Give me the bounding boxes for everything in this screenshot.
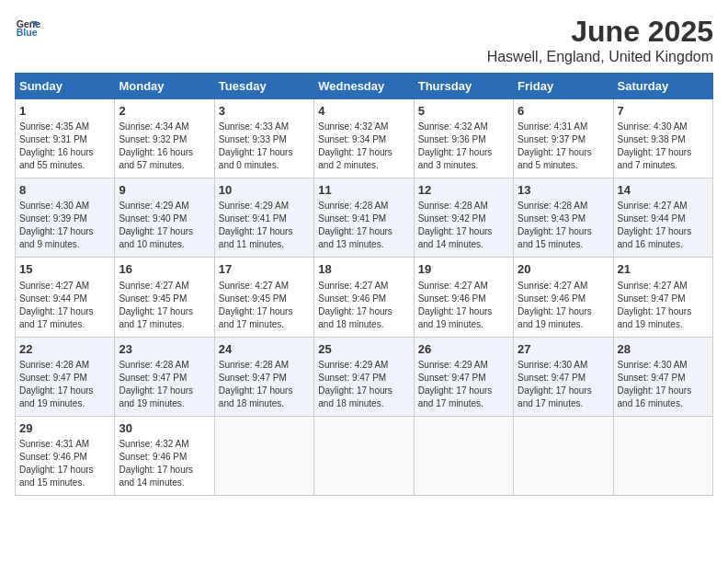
day-number: 27: [518, 341, 609, 358]
day-number: 19: [418, 261, 509, 278]
day-info: Sunrise: 4:27 AMSunset: 9:44 PMDaylight:…: [618, 201, 692, 249]
day-info: Sunrise: 4:29 AMSunset: 9:40 PMDaylight:…: [119, 201, 193, 249]
day-info: Sunrise: 4:30 AMSunset: 9:38 PMDaylight:…: [618, 121, 692, 170]
main-title: June 2025: [487, 15, 713, 49]
day-header-sunday: Sunday: [16, 74, 115, 99]
calendar-cell: 20Sunrise: 4:27 AMSunset: 9:46 PMDayligh…: [514, 258, 613, 337]
calendar-cell: 5Sunrise: 4:32 AMSunset: 9:36 PMDaylight…: [414, 99, 513, 178]
calendar-cell: 1Sunrise: 4:35 AMSunset: 9:31 PMDaylight…: [16, 99, 115, 178]
day-info: Sunrise: 4:34 AMSunset: 9:32 PMDaylight:…: [119, 121, 193, 170]
day-info: Sunrise: 4:28 AMSunset: 9:42 PMDaylight:…: [418, 201, 493, 249]
day-header-thursday: Thursday: [414, 74, 513, 99]
day-number: 10: [219, 182, 310, 199]
calendar-cell: 28Sunrise: 4:30 AMSunset: 9:47 PMDayligh…: [613, 337, 712, 416]
calendar-cell: 12Sunrise: 4:28 AMSunset: 9:42 PMDayligh…: [414, 178, 513, 258]
calendar-cell: 8Sunrise: 4:30 AMSunset: 9:39 PMDaylight…: [16, 178, 115, 258]
calendar-cell: [214, 416, 313, 495]
calendar-cell: 4Sunrise: 4:32 AMSunset: 9:34 PMDaylight…: [314, 99, 414, 178]
day-number: 12: [418, 182, 509, 199]
day-number: 23: [119, 341, 210, 358]
day-info: Sunrise: 4:28 AMSunset: 9:47 PMDaylight:…: [19, 360, 94, 408]
calendar-cell: 16Sunrise: 4:27 AMSunset: 9:45 PMDayligh…: [115, 258, 214, 337]
calendar-cell: 27Sunrise: 4:30 AMSunset: 9:47 PMDayligh…: [514, 337, 613, 416]
day-info: Sunrise: 4:30 AMSunset: 9:39 PMDaylight:…: [19, 201, 94, 249]
day-number: 5: [418, 103, 509, 120]
day-number: 15: [19, 261, 110, 278]
day-info: Sunrise: 4:28 AMSunset: 9:41 PMDaylight:…: [318, 201, 392, 249]
calendar-cell: [314, 416, 414, 495]
day-header-tuesday: Tuesday: [214, 74, 313, 99]
day-info: Sunrise: 4:30 AMSunset: 9:47 PMDaylight:…: [518, 360, 592, 408]
day-number: 9: [119, 182, 210, 199]
day-info: Sunrise: 4:31 AMSunset: 9:37 PMDaylight:…: [518, 121, 592, 170]
calendar-cell: 17Sunrise: 4:27 AMSunset: 9:45 PMDayligh…: [214, 258, 313, 337]
calendar-cell: 15Sunrise: 4:27 AMSunset: 9:44 PMDayligh…: [16, 258, 115, 337]
day-info: Sunrise: 4:30 AMSunset: 9:47 PMDaylight:…: [618, 360, 692, 408]
calendar-cell: 18Sunrise: 4:27 AMSunset: 9:46 PMDayligh…: [314, 258, 414, 337]
title-block: June 2025 Haswell, England, United Kingd…: [487, 15, 713, 65]
calendar-cell: 30Sunrise: 4:32 AMSunset: 9:46 PMDayligh…: [115, 416, 214, 495]
calendar-cell: 29Sunrise: 4:31 AMSunset: 9:46 PMDayligh…: [16, 416, 115, 495]
calendar-cell: 26Sunrise: 4:29 AMSunset: 9:47 PMDayligh…: [414, 337, 513, 416]
day-number: 7: [618, 103, 709, 120]
week-row-2: 15Sunrise: 4:27 AMSunset: 9:44 PMDayligh…: [16, 258, 713, 337]
day-number: 13: [518, 182, 609, 199]
calendar-cell: 25Sunrise: 4:29 AMSunset: 9:47 PMDayligh…: [314, 337, 414, 416]
day-info: Sunrise: 4:27 AMSunset: 9:46 PMDaylight:…: [518, 281, 592, 329]
day-info: Sunrise: 4:27 AMSunset: 9:46 PMDaylight:…: [418, 281, 493, 329]
day-number: 1: [19, 103, 110, 120]
day-info: Sunrise: 4:28 AMSunset: 9:47 PMDaylight:…: [119, 360, 193, 408]
day-info: Sunrise: 4:29 AMSunset: 9:47 PMDaylight:…: [318, 360, 392, 408]
calendar-cell: 13Sunrise: 4:28 AMSunset: 9:43 PMDayligh…: [514, 178, 613, 258]
calendar-cell: 19Sunrise: 4:27 AMSunset: 9:46 PMDayligh…: [414, 258, 513, 337]
day-info: Sunrise: 4:31 AMSunset: 9:46 PMDaylight:…: [19, 439, 94, 488]
calendar-cell: [514, 416, 613, 495]
svg-text:Blue: Blue: [17, 27, 38, 38]
day-header-monday: Monday: [115, 74, 214, 99]
day-info: Sunrise: 4:27 AMSunset: 9:45 PMDaylight:…: [219, 281, 293, 329]
page-header: General Blue June 2025 Haswell, England,…: [15, 15, 713, 65]
day-number: 21: [618, 261, 709, 278]
logo: General Blue: [15, 15, 40, 40]
day-number: 8: [19, 182, 110, 199]
day-info: Sunrise: 4:33 AMSunset: 9:33 PMDaylight:…: [219, 121, 293, 170]
day-number: 6: [518, 103, 609, 120]
day-number: 17: [219, 261, 310, 278]
day-info: Sunrise: 4:27 AMSunset: 9:46 PMDaylight:…: [318, 281, 392, 329]
day-number: 18: [318, 261, 409, 278]
day-number: 14: [618, 182, 709, 199]
day-number: 26: [418, 341, 509, 358]
day-info: Sunrise: 4:29 AMSunset: 9:41 PMDaylight:…: [219, 201, 293, 249]
calendar-cell: 7Sunrise: 4:30 AMSunset: 9:38 PMDaylight…: [613, 99, 712, 178]
day-info: Sunrise: 4:35 AMSunset: 9:31 PMDaylight:…: [19, 121, 94, 170]
day-number: 28: [618, 341, 709, 358]
days-header-row: SundayMondayTuesdayWednesdayThursdayFrid…: [16, 74, 713, 99]
day-info: Sunrise: 4:29 AMSunset: 9:47 PMDaylight:…: [418, 360, 493, 408]
day-number: 25: [318, 341, 409, 358]
week-row-0: 1Sunrise: 4:35 AMSunset: 9:31 PMDaylight…: [16, 99, 713, 178]
day-info: Sunrise: 4:28 AMSunset: 9:47 PMDaylight:…: [219, 360, 293, 408]
day-number: 2: [119, 103, 210, 120]
calendar-table: SundayMondayTuesdayWednesdayThursdayFrid…: [15, 73, 713, 496]
day-info: Sunrise: 4:32 AMSunset: 9:36 PMDaylight:…: [418, 121, 493, 170]
day-info: Sunrise: 4:28 AMSunset: 9:43 PMDaylight:…: [518, 201, 592, 249]
day-number: 29: [19, 420, 110, 437]
day-info: Sunrise: 4:27 AMSunset: 9:45 PMDaylight:…: [119, 281, 193, 329]
week-row-4: 29Sunrise: 4:31 AMSunset: 9:46 PMDayligh…: [16, 416, 713, 495]
day-header-friday: Friday: [514, 74, 613, 99]
day-info: Sunrise: 4:32 AMSunset: 9:34 PMDaylight:…: [318, 121, 392, 170]
day-number: 4: [318, 103, 409, 120]
subtitle: Haswell, England, United Kingdom: [487, 49, 713, 65]
week-row-1: 8Sunrise: 4:30 AMSunset: 9:39 PMDaylight…: [16, 178, 713, 258]
day-number: 16: [119, 261, 210, 278]
day-info: Sunrise: 4:32 AMSunset: 9:46 PMDaylight:…: [119, 439, 193, 488]
day-number: 3: [219, 103, 310, 120]
week-row-3: 22Sunrise: 4:28 AMSunset: 9:47 PMDayligh…: [16, 337, 713, 416]
day-header-wednesday: Wednesday: [314, 74, 414, 99]
calendar-cell: 2Sunrise: 4:34 AMSunset: 9:32 PMDaylight…: [115, 99, 214, 178]
day-info: Sunrise: 4:27 AMSunset: 9:44 PMDaylight:…: [19, 281, 94, 329]
calendar-cell: [613, 416, 712, 495]
calendar-cell: 9Sunrise: 4:29 AMSunset: 9:40 PMDaylight…: [115, 178, 214, 258]
day-info: Sunrise: 4:27 AMSunset: 9:47 PMDaylight:…: [618, 281, 692, 329]
logo-icon: General Blue: [15, 15, 40, 40]
